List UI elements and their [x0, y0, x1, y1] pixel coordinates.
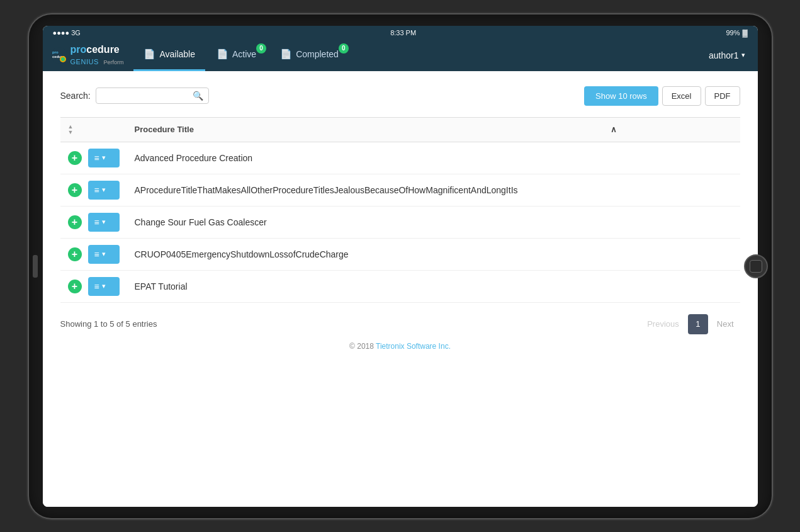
- row-actions-cell: + ≡ ▾: [60, 270, 127, 302]
- table-header-row: ▲▼ Procedure Title ∧: [60, 117, 740, 142]
- logo-pro: pro: [70, 44, 87, 55]
- pdf-button[interactable]: PDF: [705, 86, 740, 106]
- add-row-button[interactable]: +: [68, 247, 82, 261]
- row-menu-button[interactable]: ≡ ▾: [88, 149, 120, 167]
- tab-active[interactable]: 📄 Active 0: [206, 40, 269, 71]
- add-row-button[interactable]: +: [68, 183, 82, 197]
- row-menu-button[interactable]: ≡ ▾: [88, 245, 120, 264]
- row-actions-cell: + ≡ ▾: [60, 238, 127, 270]
- svg-text:pro: pro: [52, 50, 59, 54]
- nav-bar: pro cedure procedure GENIUS Perform: [43, 40, 758, 71]
- procedure-title: AProcedureTitleThatMakesAllOtherProcedur…: [135, 185, 518, 195]
- svg-point-4: [61, 57, 65, 61]
- row-actions: + ≡ ▾: [68, 213, 120, 232]
- username-label: author1: [709, 50, 738, 60]
- add-row-button[interactable]: +: [68, 215, 82, 229]
- show-rows-button[interactable]: Show 10 rows: [584, 86, 658, 106]
- menu-lines-icon: ≡: [94, 250, 99, 259]
- search-label: Search:: [60, 91, 91, 101]
- row-chevron-icon: ▾: [102, 154, 106, 162]
- table-row: + ≡ ▾ CRUOP0405EmergencyShutdownLossofCr…: [60, 238, 740, 270]
- logo-genius: GENIUS: [70, 58, 99, 65]
- previous-button[interactable]: Previous: [641, 315, 685, 332]
- entries-info: Showing 1 to 5 of 5 entries: [60, 319, 157, 329]
- search-input-wrap: 🔍: [96, 88, 209, 104]
- tab-completed[interactable]: 📄 Completed 0: [270, 40, 351, 71]
- page-1-button[interactable]: 1: [688, 314, 708, 334]
- table-row: + ≡ ▾ Advanced Procedure Creation: [60, 142, 740, 174]
- row-title-cell: CRUOP0405EmergencyShutdownLossofCrudeCha…: [127, 238, 740, 270]
- user-chevron-icon: ▾: [741, 51, 745, 59]
- row-menu-button[interactable]: ≡ ▾: [88, 181, 120, 200]
- procedure-table: ▲▼ Procedure Title ∧ + ≡ ▾: [60, 117, 740, 303]
- row-title-cell: Advanced Procedure Creation: [127, 142, 740, 174]
- tab-available[interactable]: 📄 Available: [133, 40, 205, 71]
- row-actions-cell: + ≡ ▾: [60, 142, 127, 174]
- add-row-button[interactable]: +: [68, 151, 82, 165]
- add-row-button[interactable]: +: [68, 280, 82, 293]
- footer-copyright: © 2018 Tietronix Software Inc.: [60, 334, 740, 353]
- tablet-frame: ●●●● 3G 8:33 PM 99% ▓ pro cedure: [29, 14, 772, 518]
- table-row: + ≡ ▾ Change Sour Fuel Gas Coalescer: [60, 206, 740, 238]
- table-body: + ≡ ▾ Advanced Procedure Creation + ≡ ▾ …: [60, 142, 740, 302]
- procedure-title: CRUOP0405EmergencyShutdownLossofCrudeCha…: [135, 249, 349, 259]
- row-actions: + ≡ ▾: [68, 277, 120, 296]
- row-actions: + ≡ ▾: [68, 149, 120, 167]
- nav-tabs: 📄 Available 📄 Active 0 📄 Completed 0: [133, 40, 704, 71]
- th-sort: ▲▼: [60, 117, 127, 142]
- logo-main: procedure: [70, 44, 124, 55]
- logo-icon: pro cedure: [50, 47, 68, 64]
- tab-active-label: Active: [232, 49, 256, 59]
- search-icon: 🔍: [193, 91, 203, 101]
- toolbar: Search: 🔍 Show 10 rows Excel PDF: [60, 86, 740, 106]
- company-link[interactable]: Tietronix Software Inc.: [376, 342, 451, 351]
- next-button[interactable]: Next: [711, 315, 740, 332]
- row-menu-button[interactable]: ≡ ▾: [88, 213, 120, 232]
- row-title-cell: Change Sour Fuel Gas Coalescer: [127, 206, 740, 238]
- main-content: Search: 🔍 Show 10 rows Excel PDF: [43, 71, 758, 507]
- copyright-text: © 2018: [349, 342, 374, 351]
- logo-text-block: procedure GENIUS Perform: [70, 44, 124, 67]
- action-buttons: Show 10 rows Excel PDF: [584, 86, 740, 106]
- menu-lines-icon: ≡: [94, 154, 99, 162]
- status-battery: 99% ▓: [726, 29, 747, 37]
- row-actions-cell: + ≡ ▾: [60, 174, 127, 206]
- table-row: + ≡ ▾ EPAT Tutorial: [60, 270, 740, 302]
- row-actions: + ≡ ▾: [68, 245, 120, 264]
- logo-cedure: cedure: [86, 44, 119, 55]
- row-chevron-icon: ▾: [102, 186, 106, 194]
- row-chevron-icon: ▾: [102, 218, 106, 226]
- table-row: + ≡ ▾ AProcedureTitleThatMakesAllOtherPr…: [60, 174, 740, 206]
- logo-perform: Perform: [103, 59, 123, 65]
- procedure-title: EPAT Tutorial: [135, 281, 188, 291]
- completed-badge: 0: [339, 43, 349, 54]
- procedure-title: Advanced Procedure Creation: [135, 153, 253, 163]
- th-expand[interactable]: ∧: [603, 117, 740, 142]
- excel-button[interactable]: Excel: [662, 86, 701, 106]
- status-signal: ●●●● 3G: [53, 29, 81, 37]
- row-actions: + ≡ ▾: [68, 181, 120, 200]
- menu-lines-icon: ≡: [94, 282, 99, 291]
- active-icon: 📄: [217, 48, 228, 60]
- completed-icon: 📄: [280, 48, 292, 60]
- signal-icon: ●●●● 3G: [53, 29, 81, 37]
- sort-icons: ▲▼: [68, 124, 74, 135]
- tablet-home-button[interactable]: [744, 254, 768, 278]
- tab-completed-label: Completed: [296, 49, 339, 59]
- row-chevron-icon: ▾: [102, 250, 106, 258]
- pagination: Previous 1 Next: [641, 314, 740, 334]
- procedure-title: Change Sour Fuel Gas Coalescer: [135, 217, 267, 227]
- available-icon: 📄: [144, 48, 155, 60]
- col-title-label: Procedure Title: [135, 125, 194, 134]
- row-actions-cell: + ≡ ▾: [60, 206, 127, 238]
- menu-lines-icon: ≡: [94, 218, 99, 227]
- table-footer: Showing 1 to 5 of 5 entries Previous 1 N…: [60, 314, 740, 334]
- battery-icon: ▓: [742, 29, 747, 37]
- th-procedure-title[interactable]: Procedure Title: [127, 117, 604, 142]
- status-time: 8:33 PM: [390, 29, 416, 37]
- search-input[interactable]: [101, 91, 193, 101]
- row-menu-button[interactable]: ≡ ▾: [88, 277, 120, 296]
- user-menu[interactable]: author1 ▾: [704, 40, 750, 71]
- tablet-side-button: [33, 255, 38, 278]
- row-title-cell: AProcedureTitleThatMakesAllOtherProcedur…: [127, 174, 740, 206]
